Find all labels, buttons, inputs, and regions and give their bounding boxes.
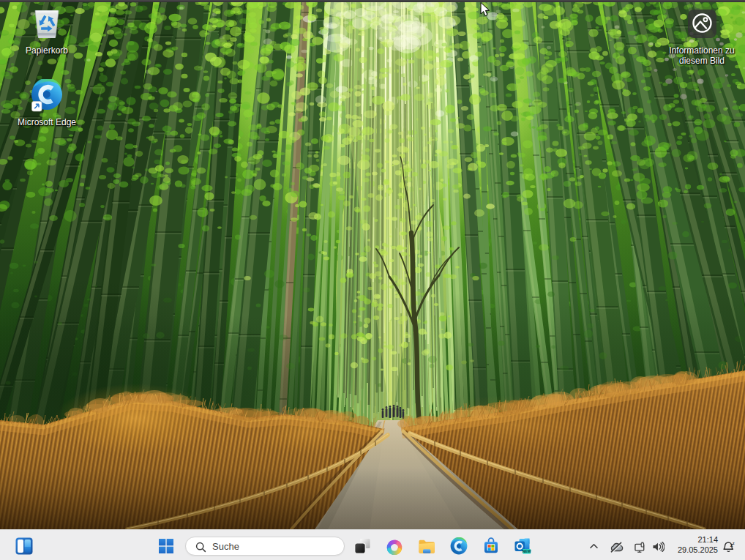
svg-text:NEW: NEW xyxy=(523,549,531,553)
svg-text:z: z xyxy=(733,541,735,545)
